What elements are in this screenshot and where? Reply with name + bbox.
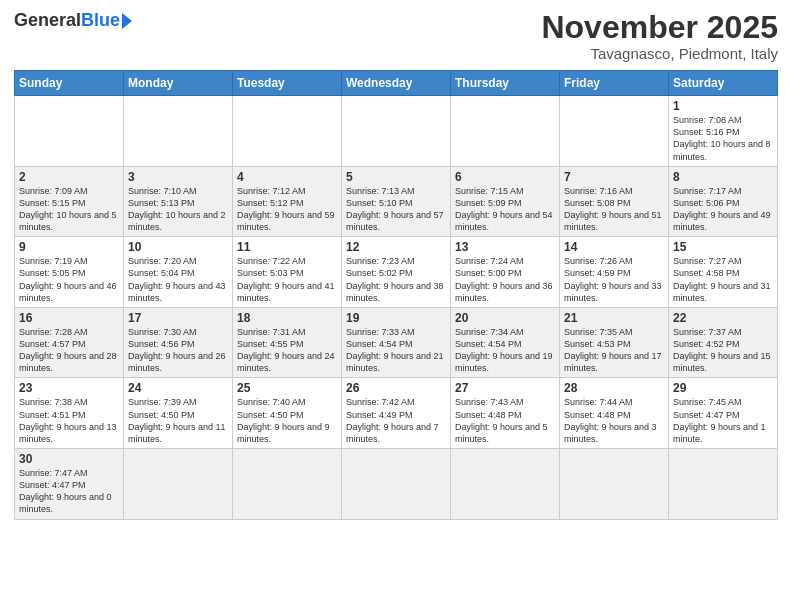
day-info: Sunrise: 7:28 AM Sunset: 4:57 PM Dayligh… — [19, 326, 119, 375]
day-info: Sunrise: 7:12 AM Sunset: 5:12 PM Dayligh… — [237, 185, 337, 234]
day-number: 30 — [19, 452, 119, 466]
day-number: 21 — [564, 311, 664, 325]
table-row: 7Sunrise: 7:16 AM Sunset: 5:08 PM Daylig… — [560, 166, 669, 237]
day-number: 18 — [237, 311, 337, 325]
day-info: Sunrise: 7:15 AM Sunset: 5:09 PM Dayligh… — [455, 185, 555, 234]
table-row: 15Sunrise: 7:27 AM Sunset: 4:58 PM Dayli… — [669, 237, 778, 308]
day-number: 9 — [19, 240, 119, 254]
table-row: 9Sunrise: 7:19 AM Sunset: 5:05 PM Daylig… — [15, 237, 124, 308]
day-number: 24 — [128, 381, 228, 395]
day-info: Sunrise: 7:09 AM Sunset: 5:15 PM Dayligh… — [19, 185, 119, 234]
day-number: 17 — [128, 311, 228, 325]
table-row: 6Sunrise: 7:15 AM Sunset: 5:09 PM Daylig… — [451, 166, 560, 237]
day-number: 25 — [237, 381, 337, 395]
table-row: 22Sunrise: 7:37 AM Sunset: 4:52 PM Dayli… — [669, 307, 778, 378]
day-info: Sunrise: 7:33 AM Sunset: 4:54 PM Dayligh… — [346, 326, 446, 375]
day-info: Sunrise: 7:08 AM Sunset: 5:16 PM Dayligh… — [673, 114, 773, 163]
table-row: 8Sunrise: 7:17 AM Sunset: 5:06 PM Daylig… — [669, 166, 778, 237]
day-number: 19 — [346, 311, 446, 325]
day-number: 11 — [237, 240, 337, 254]
calendar-week-2: 2Sunrise: 7:09 AM Sunset: 5:15 PM Daylig… — [15, 166, 778, 237]
day-info: Sunrise: 7:31 AM Sunset: 4:55 PM Dayligh… — [237, 326, 337, 375]
calendar-table: Sunday Monday Tuesday Wednesday Thursday… — [14, 70, 778, 519]
day-number: 8 — [673, 170, 773, 184]
table-row — [124, 96, 233, 167]
table-row: 29Sunrise: 7:45 AM Sunset: 4:47 PM Dayli… — [669, 378, 778, 449]
table-row: 30Sunrise: 7:47 AM Sunset: 4:47 PM Dayli… — [15, 449, 124, 520]
day-info: Sunrise: 7:20 AM Sunset: 5:04 PM Dayligh… — [128, 255, 228, 304]
table-row: 19Sunrise: 7:33 AM Sunset: 4:54 PM Dayli… — [342, 307, 451, 378]
table-row: 24Sunrise: 7:39 AM Sunset: 4:50 PM Dayli… — [124, 378, 233, 449]
header: General Blue November 2025 Tavagnasco, P… — [14, 10, 778, 62]
logo-blue-text: Blue — [81, 10, 120, 31]
day-number: 27 — [455, 381, 555, 395]
table-row: 25Sunrise: 7:40 AM Sunset: 4:50 PM Dayli… — [233, 378, 342, 449]
day-info: Sunrise: 7:22 AM Sunset: 5:03 PM Dayligh… — [237, 255, 337, 304]
table-row: 27Sunrise: 7:43 AM Sunset: 4:48 PM Dayli… — [451, 378, 560, 449]
day-info: Sunrise: 7:42 AM Sunset: 4:49 PM Dayligh… — [346, 396, 446, 445]
day-info: Sunrise: 7:37 AM Sunset: 4:52 PM Dayligh… — [673, 326, 773, 375]
table-row — [669, 449, 778, 520]
logo: General Blue — [14, 10, 132, 31]
calendar-subtitle: Tavagnasco, Piedmont, Italy — [541, 45, 778, 62]
table-row: 16Sunrise: 7:28 AM Sunset: 4:57 PM Dayli… — [15, 307, 124, 378]
table-row: 5Sunrise: 7:13 AM Sunset: 5:10 PM Daylig… — [342, 166, 451, 237]
table-row: 23Sunrise: 7:38 AM Sunset: 4:51 PM Dayli… — [15, 378, 124, 449]
table-row: 18Sunrise: 7:31 AM Sunset: 4:55 PM Dayli… — [233, 307, 342, 378]
table-row — [233, 449, 342, 520]
calendar-week-1: 1Sunrise: 7:08 AM Sunset: 5:16 PM Daylig… — [15, 96, 778, 167]
day-info: Sunrise: 7:10 AM Sunset: 5:13 PM Dayligh… — [128, 185, 228, 234]
calendar-week-4: 16Sunrise: 7:28 AM Sunset: 4:57 PM Dayli… — [15, 307, 778, 378]
day-info: Sunrise: 7:30 AM Sunset: 4:56 PM Dayligh… — [128, 326, 228, 375]
day-info: Sunrise: 7:34 AM Sunset: 4:54 PM Dayligh… — [455, 326, 555, 375]
day-number: 3 — [128, 170, 228, 184]
table-row: 21Sunrise: 7:35 AM Sunset: 4:53 PM Dayli… — [560, 307, 669, 378]
table-row — [342, 449, 451, 520]
calendar-title: November 2025 — [541, 10, 778, 45]
table-row — [560, 449, 669, 520]
calendar-week-3: 9Sunrise: 7:19 AM Sunset: 5:05 PM Daylig… — [15, 237, 778, 308]
day-number: 5 — [346, 170, 446, 184]
day-info: Sunrise: 7:39 AM Sunset: 4:50 PM Dayligh… — [128, 396, 228, 445]
table-row — [451, 96, 560, 167]
table-row — [15, 96, 124, 167]
day-info: Sunrise: 7:16 AM Sunset: 5:08 PM Dayligh… — [564, 185, 664, 234]
table-row: 28Sunrise: 7:44 AM Sunset: 4:48 PM Dayli… — [560, 378, 669, 449]
table-row: 20Sunrise: 7:34 AM Sunset: 4:54 PM Dayli… — [451, 307, 560, 378]
day-number: 29 — [673, 381, 773, 395]
day-number: 1 — [673, 99, 773, 113]
day-info: Sunrise: 7:17 AM Sunset: 5:06 PM Dayligh… — [673, 185, 773, 234]
table-row: 4Sunrise: 7:12 AM Sunset: 5:12 PM Daylig… — [233, 166, 342, 237]
day-number: 10 — [128, 240, 228, 254]
table-row: 12Sunrise: 7:23 AM Sunset: 5:02 PM Dayli… — [342, 237, 451, 308]
day-number: 6 — [455, 170, 555, 184]
table-row: 10Sunrise: 7:20 AM Sunset: 5:04 PM Dayli… — [124, 237, 233, 308]
table-row: 1Sunrise: 7:08 AM Sunset: 5:16 PM Daylig… — [669, 96, 778, 167]
col-saturday: Saturday — [669, 71, 778, 96]
table-row — [560, 96, 669, 167]
day-number: 7 — [564, 170, 664, 184]
day-info: Sunrise: 7:13 AM Sunset: 5:10 PM Dayligh… — [346, 185, 446, 234]
day-info: Sunrise: 7:35 AM Sunset: 4:53 PM Dayligh… — [564, 326, 664, 375]
table-row: 26Sunrise: 7:42 AM Sunset: 4:49 PM Dayli… — [342, 378, 451, 449]
table-row: 11Sunrise: 7:22 AM Sunset: 5:03 PM Dayli… — [233, 237, 342, 308]
day-info: Sunrise: 7:27 AM Sunset: 4:58 PM Dayligh… — [673, 255, 773, 304]
day-info: Sunrise: 7:40 AM Sunset: 4:50 PM Dayligh… — [237, 396, 337, 445]
table-row: 13Sunrise: 7:24 AM Sunset: 5:00 PM Dayli… — [451, 237, 560, 308]
day-info: Sunrise: 7:45 AM Sunset: 4:47 PM Dayligh… — [673, 396, 773, 445]
day-number: 12 — [346, 240, 446, 254]
day-info: Sunrise: 7:24 AM Sunset: 5:00 PM Dayligh… — [455, 255, 555, 304]
col-sunday: Sunday — [15, 71, 124, 96]
day-number: 2 — [19, 170, 119, 184]
table-row: 17Sunrise: 7:30 AM Sunset: 4:56 PM Dayli… — [124, 307, 233, 378]
table-row: 2Sunrise: 7:09 AM Sunset: 5:15 PM Daylig… — [15, 166, 124, 237]
day-info: Sunrise: 7:19 AM Sunset: 5:05 PM Dayligh… — [19, 255, 119, 304]
col-tuesday: Tuesday — [233, 71, 342, 96]
header-row: Sunday Monday Tuesday Wednesday Thursday… — [15, 71, 778, 96]
day-info: Sunrise: 7:38 AM Sunset: 4:51 PM Dayligh… — [19, 396, 119, 445]
day-number: 13 — [455, 240, 555, 254]
page: General Blue November 2025 Tavagnasco, P… — [0, 0, 792, 612]
table-row — [451, 449, 560, 520]
day-number: 20 — [455, 311, 555, 325]
col-monday: Monday — [124, 71, 233, 96]
